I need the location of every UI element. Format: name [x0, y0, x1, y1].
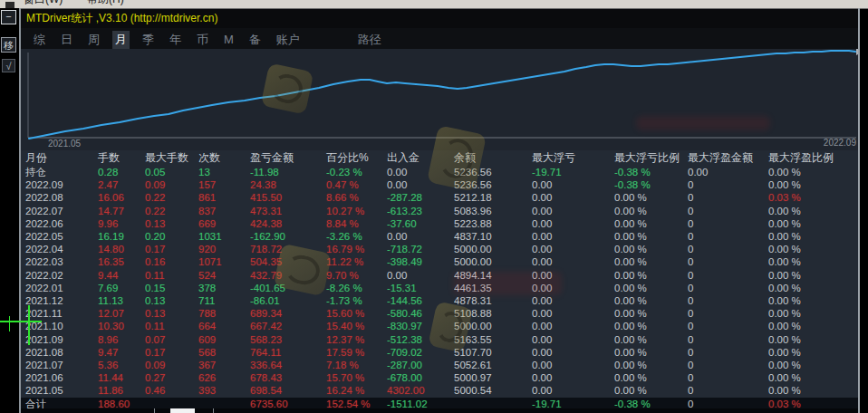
table-cell: 5.36 — [98, 359, 145, 371]
table-row[interactable]: 2022.0816.060.22861415.508.66 %-287.2852… — [21, 191, 858, 204]
table-cell: 5000.00 — [454, 320, 532, 332]
table-cell: 0 — [688, 307, 768, 320]
check-button[interactable]: √ — [2, 59, 15, 72]
table-cell: -580.46 — [387, 307, 454, 320]
tab-综[interactable]: 综 — [31, 31, 48, 49]
column-header: 次数 — [198, 150, 250, 166]
table-row[interactable]: 2021.0511.860.46393698.5416.24 %4302.005… — [21, 384, 858, 397]
tab-账户[interactable]: 账户 — [274, 31, 303, 49]
table-cell: 16.35 — [98, 255, 145, 268]
table-row[interactable]: 2021.0611.440.27626678.4315.70 %-678.005… — [21, 371, 858, 384]
table-cell: -19.71 — [532, 166, 614, 178]
tab-周[interactable]: 周 — [85, 31, 102, 49]
table-cell: 2021.07 — [21, 359, 98, 371]
table-cell: 9.70 % — [326, 269, 387, 282]
table-cell: 10.27 % — [326, 205, 387, 217]
table-cell: 2021.12 — [21, 294, 98, 307]
table-cell: 0 — [688, 205, 768, 217]
table-row[interactable]: 2022.0316.350.161071504.3511.22 %-398.49… — [21, 255, 858, 268]
table-cell: 2022.09 — [21, 178, 98, 191]
table-cell: 336.64 — [250, 359, 326, 371]
menu-item[interactable]: 窗口(W) — [24, 0, 63, 8]
table-cell: 0 — [688, 320, 768, 332]
table-cell: 2022.02 — [21, 269, 98, 282]
table-cell: 8.66 % — [326, 191, 387, 204]
table-cell: 0 — [688, 230, 768, 243]
table-row[interactable]: 2022.0714.770.22837473.3110.27 %-613.235… — [21, 205, 858, 217]
table-cell: 0.17 — [145, 243, 198, 255]
table-cell: 415.50 — [250, 191, 326, 204]
table-row[interactable]: 2022.092.470.0915724.380.47 %0.005236.56… — [21, 178, 858, 191]
tab-备[interactable]: 备 — [246, 31, 264, 49]
table-cell: 0.03 % — [768, 191, 858, 204]
table-cell: 393 — [198, 384, 250, 397]
table-cell: 788 — [198, 307, 250, 320]
scrollbar-thumb[interactable] — [170, 408, 195, 413]
table-cell: 664 — [198, 320, 250, 332]
tab-季[interactable]: 季 — [140, 31, 157, 49]
table-cell: 5107.70 — [454, 346, 532, 359]
table-cell: 378 — [198, 282, 250, 294]
table-cell: -512.38 — [387, 333, 454, 346]
table-cell: 0.00 % — [614, 346, 688, 359]
table-cell: -8.26 % — [326, 282, 387, 294]
table-cell: 0.00 — [532, 230, 614, 243]
x-end-label: 2022.09 — [824, 138, 857, 148]
total-row[interactable]: 合计188.606735.60152.54 %-1511.02-19.71-0.… — [21, 398, 858, 408]
table-row[interactable]: 2021.089.470.17568764.1117.59 %-709.0251… — [21, 346, 858, 359]
table-cell: 2021.06 — [21, 371, 98, 384]
table-cell: 0.00 % — [614, 384, 688, 397]
table-cell: 0.00 — [387, 178, 454, 191]
table-cell: 0.00 % — [768, 359, 858, 371]
table-cell: 0.00 — [532, 178, 614, 191]
table-cell: 0.00 — [532, 384, 614, 397]
table-cell: 2021.09 — [21, 333, 98, 346]
table-cell: 0.07 — [145, 333, 198, 346]
table-cell: 568.23 — [250, 333, 326, 346]
table-cell: 0.00 — [387, 230, 454, 243]
move-button[interactable]: 移 — [1, 37, 16, 53]
table-row[interactable]: 2022.029.440.11524432.799.70 %0.004894.1… — [21, 269, 858, 282]
tab-路径[interactable]: 路径 — [355, 31, 384, 49]
table-cell: 0.00 — [387, 166, 454, 178]
table-cell: 0.16 — [145, 255, 198, 268]
table-cell: 0.00 % — [768, 269, 858, 282]
table-cell: 0.00 — [532, 255, 614, 268]
tab-币[interactable]: 币 — [194, 31, 211, 49]
table-row[interactable]: 2021.075.360.09367336.647.18 %-287.00505… — [21, 359, 858, 371]
table-cell: 367 — [198, 359, 250, 371]
table-row[interactable]: 持仓0.280.0513-11.98-0.23 %0.005236.56-19.… — [21, 166, 858, 178]
table-cell: 2021.10 — [21, 320, 98, 332]
table-cell: 0.13 — [145, 217, 198, 230]
table-row[interactable]: 2022.0414.800.17920718.7216.79 %-718.725… — [21, 243, 858, 255]
table-cell: 15.70 % — [326, 371, 387, 384]
table-row[interactable]: 2021.1010.300.11664667.4215.40 %-830.975… — [21, 320, 858, 332]
tab-日[interactable]: 日 — [58, 31, 75, 49]
table-cell: 0 — [688, 333, 768, 346]
table-cell: 0 — [688, 398, 768, 408]
table-row[interactable]: 2022.069.960.13669424.388.84 %-37.605223… — [21, 217, 858, 230]
table-row[interactable]: 2022.0516.190.201031-162.90-3.26 %0.0048… — [21, 230, 858, 243]
table-cell: 2022.08 — [21, 191, 98, 204]
table-row[interactable]: 2021.1112.070.13788689.3415.60 %-580.465… — [21, 307, 858, 320]
table-cell: 0 — [688, 294, 768, 307]
tab-月[interactable]: 月 — [112, 31, 130, 49]
table-cell: 0.00 — [532, 282, 614, 294]
table-row[interactable]: 2022.017.690.15378-401.65-8.26 %-15.3144… — [21, 282, 858, 294]
window-right-border[interactable] — [858, 8, 860, 413]
table-cell: 0.00 % — [768, 307, 858, 320]
column-header: 最大浮盈比例 — [768, 150, 858, 166]
table-cell: 0.09 — [145, 359, 198, 371]
table-row[interactable]: 2021.098.960.07609568.2312.37 %-512.3851… — [21, 333, 858, 346]
menu-item[interactable]: 帮助(H) — [87, 0, 124, 8]
table-cell: 0.15 — [145, 282, 198, 294]
table-cell: 0.00 % — [614, 255, 688, 268]
column-header: 手数 — [98, 150, 145, 166]
tab-M[interactable]: M — [221, 32, 236, 47]
table-cell: 0.00 % — [768, 217, 858, 230]
table-row[interactable]: 2021.1211.130.13711-86.01-1.73 %-144.564… — [21, 294, 858, 307]
table-cell: 2.47 — [98, 178, 145, 191]
table-cell — [198, 398, 250, 408]
tab-年[interactable]: 年 — [167, 31, 184, 49]
minimize-button[interactable]: − — [1, 10, 16, 24]
